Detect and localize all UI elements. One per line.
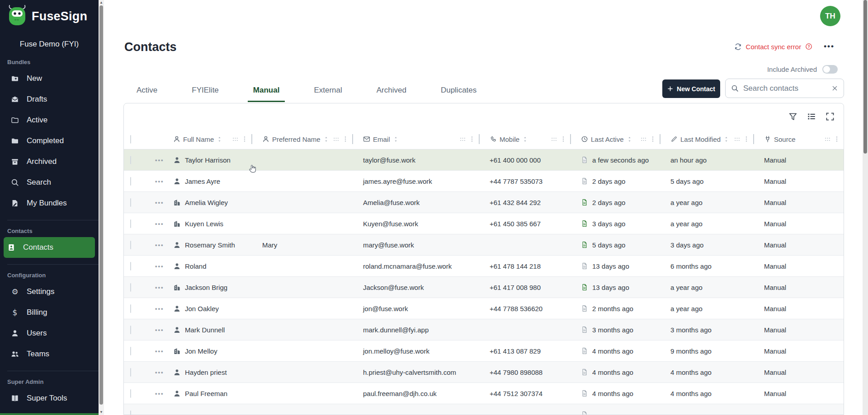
sidebar-scrollbar-thumb[interactable] (99, 5, 103, 405)
window-scrollbar-thumb[interactable] (863, 0, 867, 154)
window-scrollbar[interactable] (863, 0, 868, 415)
sidebar-item-archived[interactable]: Archived (0, 151, 99, 172)
row-checkbox[interactable] (130, 389, 131, 398)
sidebar-item-settings[interactable]: ⚙Settings (7, 281, 99, 302)
tab-archived[interactable]: Archived (371, 82, 412, 102)
row-checkbox[interactable] (130, 368, 131, 377)
density-icon[interactable] (807, 112, 816, 121)
row-menu-button[interactable]: ••• (155, 369, 164, 376)
sidebar-item-search[interactable]: Search (0, 172, 99, 193)
kebab-icon[interactable] (560, 136, 566, 142)
table-row[interactable]: •••Rosemary SmithMarymary@fuse.work5 day… (124, 234, 844, 256)
row-checkbox[interactable] (130, 156, 131, 164)
tab-active[interactable]: Active (131, 82, 163, 102)
sort-icon[interactable] (627, 136, 632, 142)
tab-external[interactable]: External (308, 82, 347, 102)
tab-fyielite[interactable]: FYIElite (186, 82, 224, 102)
row-checkbox[interactable] (130, 304, 131, 313)
column-header-last-active[interactable]: Last Active (571, 133, 660, 145)
table-row-partial[interactable] (124, 404, 844, 415)
question-circle-icon[interactable]: ? (805, 43, 812, 50)
sidebar-item-my-bundles[interactable]: My Bundles (0, 193, 99, 214)
row-checkbox[interactable] (130, 347, 131, 355)
app-logo[interactable]: FuseSign (0, 0, 99, 28)
row-menu-button[interactable]: ••• (155, 178, 164, 185)
grip-icon[interactable] (551, 136, 557, 143)
contact-sync-error-link[interactable]: Contact sync error (746, 43, 802, 51)
sort-icon[interactable] (217, 136, 222, 142)
row-menu-button[interactable]: ••• (155, 284, 164, 291)
page-menu-button[interactable]: ••• (824, 42, 835, 51)
row-checkbox[interactable] (130, 177, 131, 186)
grip-icon[interactable] (232, 136, 239, 143)
column-header-preferred-name[interactable]: Preferred Name (252, 133, 353, 145)
row-menu-button[interactable]: ••• (155, 305, 164, 312)
clear-search-icon[interactable] (831, 85, 838, 92)
include-archived-toggle[interactable] (822, 65, 838, 74)
table-row[interactable]: •••Jackson BriggJackson@fuse.work+61 417… (124, 277, 844, 298)
new-contact-button[interactable]: New Contact (662, 79, 720, 98)
sidebar-item-teams[interactable]: Teams (7, 344, 99, 364)
sidebar-item-billing[interactable]: $Billing (7, 302, 99, 323)
select-all-checkbox[interactable] (130, 135, 131, 144)
column-header-source[interactable]: Source (754, 133, 844, 145)
table-row[interactable]: •••Jon Oakleyjon@fuse.work+44 7788 53662… (124, 298, 844, 319)
column-header-mobile[interactable]: Mobile (480, 133, 571, 145)
table-row[interactable]: •••Hayden priesth.priest@uhy-calvertsmit… (124, 362, 844, 383)
row-checkbox[interactable] (130, 198, 131, 207)
kebab-icon[interactable] (834, 136, 840, 142)
row-menu-button[interactable]: ••• (155, 220, 164, 227)
row-checkbox[interactable] (130, 262, 131, 270)
grip-icon[interactable] (734, 136, 741, 143)
column-header-full-name[interactable]: Full Name (169, 133, 252, 145)
sidebar-item-drafts[interactable]: Drafts (0, 89, 99, 110)
sidebar-item-super-tools[interactable]: Super Tools (7, 388, 99, 409)
row-menu-button[interactable]: ••• (155, 199, 164, 206)
row-menu-button[interactable]: ••• (155, 348, 164, 354)
sidebar-item-active[interactable]: Active (0, 110, 99, 131)
table-row[interactable]: •••Taylor Harrisontaylor@fuse.work+61 40… (124, 149, 844, 171)
table-row[interactable]: •••Paul Freemanpaul.freeman@djh.co.uk+44… (124, 383, 844, 404)
row-checkbox[interactable] (130, 219, 131, 228)
table-row[interactable]: •••James Ayrejames.ayre@fuse.work+44 778… (124, 171, 844, 192)
table-row[interactable]: •••Jon Melloyjon.melloy@fuse.work+61 413… (124, 340, 844, 362)
row-menu-button[interactable]: ••• (155, 326, 164, 333)
row-menu-button[interactable]: ••• (155, 263, 164, 270)
column-header-email[interactable]: Email (353, 133, 480, 145)
sidebar-scrollbar[interactable]: ▲ ▼ (99, 0, 104, 415)
user-avatar[interactable]: TH (820, 6, 840, 26)
row-menu-button[interactable]: ••• (155, 390, 164, 397)
kebab-icon[interactable] (342, 136, 349, 142)
scroll-down-arrow[interactable]: ▼ (99, 410, 104, 415)
sync-refresh-icon[interactable] (734, 43, 742, 51)
sidebar-item-completed[interactable]: Completed (0, 131, 99, 151)
tab-manual[interactable]: Manual (248, 82, 285, 102)
sort-icon[interactable] (522, 136, 528, 142)
row-menu-button[interactable]: ••• (155, 157, 164, 163)
table-row[interactable]: •••Amelia WigleyAmelia@fuse.work+61 432 … (124, 192, 844, 213)
sidebar-item-contacts[interactable]: Contacts (4, 237, 95, 258)
kebab-icon[interactable] (743, 136, 750, 142)
sort-icon[interactable] (323, 136, 329, 142)
grip-icon[interactable] (640, 136, 647, 143)
column-header-last-modified[interactable]: Last Modified (660, 133, 754, 145)
grip-icon[interactable] (824, 136, 831, 143)
grip-icon[interactable] (459, 136, 466, 143)
row-menu-button[interactable]: ••• (155, 242, 164, 248)
sort-icon[interactable] (393, 136, 399, 142)
search-contacts-input[interactable] (743, 84, 827, 93)
table-row[interactable]: •••Mark Dunnellmark.dunnell@fyi.app3 mon… (124, 319, 844, 340)
kebab-icon[interactable] (469, 136, 475, 142)
grip-icon[interactable] (333, 136, 340, 143)
tab-duplicates[interactable]: Duplicates (435, 82, 482, 102)
row-checkbox[interactable] (130, 283, 131, 292)
sidebar-item-users[interactable]: Users (7, 323, 99, 344)
scroll-up-arrow[interactable]: ▲ (99, 0, 104, 5)
fullscreen-icon[interactable] (826, 112, 835, 121)
filter-icon[interactable] (788, 112, 797, 121)
row-checkbox[interactable] (130, 241, 131, 249)
table-row[interactable]: •••Rolandroland.mcnamara@fuse.work+61 47… (124, 256, 844, 277)
sort-icon[interactable] (723, 136, 729, 142)
row-checkbox[interactable] (130, 410, 131, 415)
sidebar-item-new[interactable]: New (0, 68, 99, 89)
